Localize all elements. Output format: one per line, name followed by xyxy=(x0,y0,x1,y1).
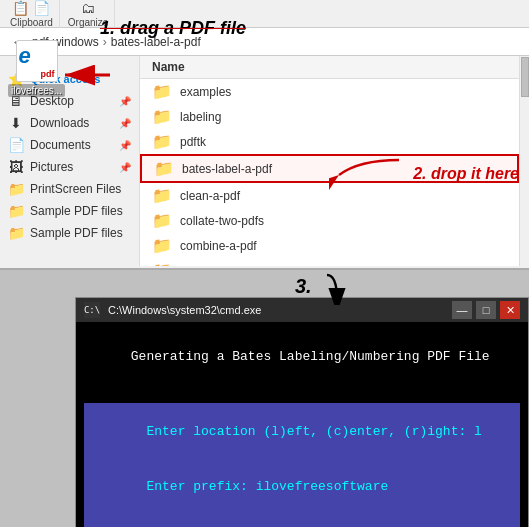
file-name-collate: collate-two-pdfs xyxy=(180,214,264,228)
downloads-icon: ⬇ xyxy=(8,115,24,131)
sample1-label: Sample PDF files xyxy=(30,204,123,218)
folder-icon-clean: 📁 xyxy=(152,186,172,205)
printscreen-label: PrintScreen Files xyxy=(30,182,121,196)
printscreen-icon: 📁 xyxy=(8,181,24,197)
pictures-pin-icon: 📌 xyxy=(119,162,131,173)
file-item-reverse[interactable]: 📁 reverse-a-pdf xyxy=(140,258,519,266)
folder-icon-examples: 📁 xyxy=(152,82,172,101)
file-name-clean: clean-a-pdf xyxy=(180,189,240,203)
name-column-header: Name xyxy=(152,60,185,74)
folder-icon-labeling: 📁 xyxy=(152,107,172,126)
pdf-text-label: pdf xyxy=(41,69,55,79)
file-list-header: Name xyxy=(140,56,519,79)
cmd-minimize-button[interactable]: — xyxy=(452,301,472,319)
cmd-close-button[interactable]: ✕ xyxy=(500,301,520,319)
sidebar-item-pictures[interactable]: 🖼 Pictures 📌 xyxy=(0,156,139,178)
path-part-2: bates-label-a-pdf xyxy=(111,35,201,49)
step3-annotation: 3. xyxy=(295,270,357,305)
file-item-clean[interactable]: 📁 clean-a-pdf xyxy=(140,183,519,208)
scrollbar[interactable] xyxy=(519,56,529,266)
cmd-line-blank xyxy=(84,385,520,403)
cmd-window: C:\ C:\Windows\system32\cmd.exe — □ ✕ Ge… xyxy=(75,297,529,527)
explorer-main: ⭐ Quick access 🖥 Desktop 📌 ⬇ Downloads 📌… xyxy=(0,56,529,266)
cmd-title-text: C:\Windows\system32\cmd.exe xyxy=(108,304,261,316)
documents-pin-icon: 📌 xyxy=(119,140,131,151)
cmd-line-1: Generating a Bates Labeling/Numbering PD… xyxy=(84,330,520,385)
path-separator: › xyxy=(103,35,107,49)
organize-section: 🗂 Organize xyxy=(62,0,116,28)
cmd-line-format: Enter number format/start, like 0000123:… xyxy=(84,514,520,527)
sample1-icon: 📁 xyxy=(8,203,24,219)
sidebar-item-documents[interactable]: 📄 Documents 📌 xyxy=(0,134,139,156)
documents-label: Documents xyxy=(30,138,91,152)
clipboard-label: Clipboard xyxy=(10,17,53,28)
file-name-examples: examples xyxy=(180,85,231,99)
folder-icon-combine: 📁 xyxy=(152,236,172,255)
step3-arrow xyxy=(317,270,357,305)
sidebar-item-printscreen[interactable]: 📁 PrintScreen Files xyxy=(0,178,139,200)
folder-icon-collate: 📁 xyxy=(152,211,172,230)
organize-label: Organize xyxy=(68,17,109,28)
file-explorer: 📋 📄 Clipboard 🗂 Organize ← pdf-windows ›… xyxy=(0,0,529,270)
folder-icon-reverse: 📁 xyxy=(152,261,172,266)
sidebar-item-downloads[interactable]: ⬇ Downloads 📌 xyxy=(0,112,139,134)
file-name-reverse: reverse-a-pdf xyxy=(180,264,251,267)
organize-icon[interactable]: 🗂 xyxy=(81,0,95,16)
folder-icon-pdftk: 📁 xyxy=(152,132,172,151)
paste-icon[interactable]: 📄 xyxy=(33,0,50,16)
clipboard-section: 📋 📄 Clipboard xyxy=(4,0,60,28)
sample2-icon: 📁 xyxy=(8,225,24,241)
cmd-line-location: Enter location (l)eft, (c)enter, (r)ight… xyxy=(84,405,520,460)
sidebar-item-sample1[interactable]: 📁 Sample PDF files xyxy=(0,200,139,222)
address-bar: ← pdf-windows › bates-label-a-pdf xyxy=(0,28,529,56)
file-item-collate[interactable]: 📁 collate-two-pdfs xyxy=(140,208,519,233)
pictures-icon: 🖼 xyxy=(8,159,24,175)
file-item-pdftk[interactable]: 📁 pdftk xyxy=(140,129,519,154)
file-list: Name 📁 examples 📁 labeling 📁 pdftk 📁 bat… xyxy=(140,56,519,266)
downloads-pin-icon: 📌 xyxy=(119,118,131,129)
downloads-label: Downloads xyxy=(30,116,89,130)
file-item-bates-label[interactable]: 📁 bates-label-a-pdf xyxy=(140,154,519,183)
pdf-app-icon-container: e pdf ilovefrees... xyxy=(8,40,65,97)
sidebar-item-sample2[interactable]: 📁 Sample PDF files xyxy=(0,222,139,244)
cmd-line-prefix: Enter prefix: ilovefreesoftware xyxy=(84,459,520,514)
cmd-content: Generating a Bates Labeling/Numbering PD… xyxy=(76,322,528,527)
file-name-labeling: labeling xyxy=(180,110,221,124)
pictures-label: Pictures xyxy=(30,160,73,174)
file-item-examples[interactable]: 📁 examples xyxy=(140,79,519,104)
file-name-pdftk: pdftk xyxy=(180,135,206,149)
file-item-labeling[interactable]: 📁 labeling xyxy=(140,104,519,129)
explorer-ribbon: 📋 📄 Clipboard 🗂 Organize xyxy=(0,0,529,28)
file-item-combine[interactable]: 📁 combine-a-pdf xyxy=(140,233,519,258)
scrollbar-thumb[interactable] xyxy=(521,57,529,97)
pin-icon: 📌 xyxy=(119,96,131,107)
cmd-input-block: Enter location (l)eft, (c)enter, (r)ight… xyxy=(84,403,520,527)
cmd-title-left: C:\ C:\Windows\system32\cmd.exe xyxy=(84,302,261,318)
pdf-app-icon[interactable]: e pdf xyxy=(16,40,58,82)
pdf-app-label: ilovefrees... xyxy=(8,84,65,97)
documents-icon: 📄 xyxy=(8,137,24,153)
cmd-maximize-button[interactable]: □ xyxy=(476,301,496,319)
sample2-label: Sample PDF files xyxy=(30,226,123,240)
folder-icon-bates: 📁 xyxy=(154,159,174,178)
file-list-container: Name 📁 examples 📁 labeling 📁 pdftk 📁 bat… xyxy=(140,56,529,266)
cmd-window-controls: — □ ✕ xyxy=(452,301,520,319)
e-letter: e xyxy=(19,43,31,69)
file-name-bates: bates-label-a-pdf xyxy=(182,162,272,176)
copy-icon[interactable]: 📋 xyxy=(12,0,29,16)
cmd-icon-symbol: C:\ xyxy=(84,305,100,315)
file-name-combine: combine-a-pdf xyxy=(180,239,257,253)
cmd-app-icon: C:\ xyxy=(84,302,100,318)
